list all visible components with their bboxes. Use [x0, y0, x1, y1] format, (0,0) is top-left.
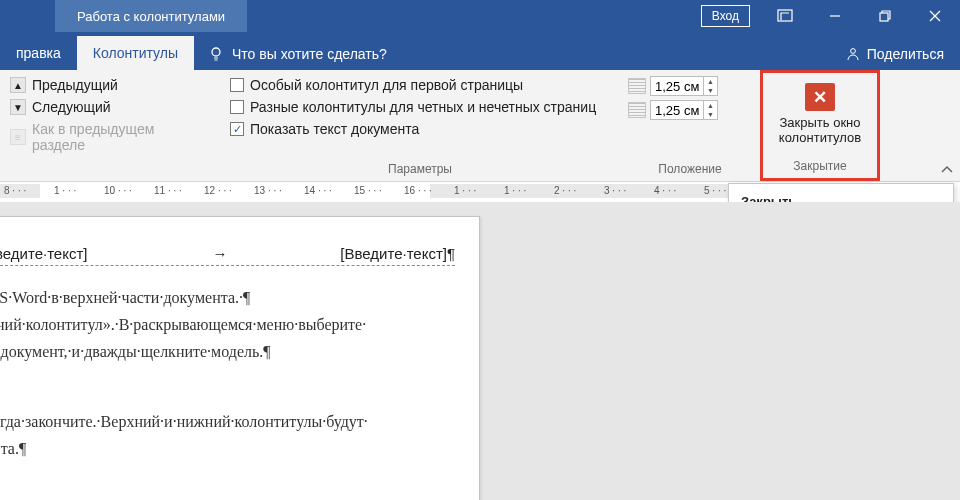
footer-from-bottom-input[interactable]: ▲▼ [650, 100, 718, 120]
show-doc-label: Показать текст документа [250, 121, 419, 137]
ruler-mark: 13 · · · [254, 185, 282, 196]
close-label-line2: колонтитулов [779, 130, 861, 145]
spin-up-icon[interactable]: ▲ [704, 101, 717, 110]
checkbox-icon [230, 100, 244, 114]
odd-even-checkbox[interactable]: Разные колонтитулы для четных и нечетных… [228, 96, 612, 118]
group-position-title: Положение [628, 162, 752, 179]
next-label: Следующий [32, 99, 111, 115]
ruler-mark: 5 · · · [704, 185, 726, 196]
group-navigation: ▲ Предыдущий ▼ Следующий ≡ Как в предыду… [0, 70, 220, 181]
header-center-field[interactable]: → [142, 245, 299, 262]
group-options: Особый колонтитул для первой страницы Ра… [220, 70, 620, 181]
svg-rect-0 [778, 10, 792, 21]
tell-me-label: Что вы хотите сделать? [232, 46, 387, 62]
ruler-mark: 1 · · · [454, 185, 476, 196]
ruler-mark: 2 · · · [554, 185, 576, 196]
restore-button[interactable] [860, 0, 910, 32]
ribbon-tab-row: правка Колонтитулы Что вы хотите сделать… [0, 32, 960, 70]
close-window-button[interactable] [910, 0, 960, 32]
display-options-button[interactable] [760, 0, 810, 32]
header-from-top-value[interactable] [651, 77, 703, 95]
share-icon [845, 46, 861, 62]
header-from-top-row: ▲▼ [628, 74, 752, 98]
spin-up-icon[interactable]: ▲ [704, 77, 717, 86]
collapse-ribbon-button[interactable] [940, 163, 954, 177]
document-area[interactable]: Введите·текст] → [Введите·текст]¶ MS·Wor… [0, 202, 960, 500]
show-doc-text-checkbox[interactable]: ✓ Показать текст документа [228, 118, 612, 140]
share-button[interactable]: Поделиться [829, 46, 960, 70]
prev-icon: ▲ [10, 77, 26, 93]
group-position: ▲▼ ▲▼ Положение [620, 70, 760, 181]
title-bar: Работа с колонтитулами Вход [0, 0, 960, 32]
close-header-footer-button[interactable]: ✕ Закрыть окно колонтитулов [779, 77, 861, 145]
body-text: MS·Word·в·верхней·части·документа.·¶ жни… [0, 286, 455, 462]
link-icon: ≡ [10, 129, 26, 145]
link-label: Как в предыдущем разделе [32, 121, 210, 153]
next-section-button[interactable]: ▼ Следующий [8, 96, 212, 118]
spin-down-icon[interactable]: ▼ [704, 110, 717, 119]
lightbulb-icon [208, 46, 224, 62]
checkbox-icon [230, 78, 244, 92]
ruler-mark: 14 · · · [304, 185, 332, 196]
first-page-checkbox[interactable]: Особый колонтитул для первой страницы [228, 74, 612, 96]
first-page-label: Особый колонтитул для первой страницы [250, 77, 523, 93]
group-close-title: Закрытие [793, 159, 846, 176]
share-label: Поделиться [867, 46, 944, 62]
ruler-mark: 10 · · · [104, 185, 132, 196]
prev-section-button[interactable]: ▲ Предыдущий [8, 74, 212, 96]
close-header-footer-icon: ✕ [805, 83, 835, 111]
ruler-mark: 1 · · · [504, 185, 526, 196]
header-from-top-input[interactable]: ▲▼ [650, 76, 718, 96]
close-label-line1: Закрыть окно [779, 115, 860, 130]
page[interactable]: Введите·текст] → [Введите·текст]¶ MS·Wor… [0, 216, 480, 500]
ruler-mark: 16 · · · [404, 185, 432, 196]
svg-point-8 [850, 49, 855, 54]
ruler-mark: 1 · · · [54, 185, 76, 196]
ruler-mark: 15 · · · [354, 185, 382, 196]
checkbox-checked-icon: ✓ [230, 122, 244, 136]
svg-point-5 [212, 48, 220, 56]
header-left-field[interactable]: Введите·текст] [0, 245, 142, 262]
minimize-icon [828, 9, 842, 23]
ruler-mark: 3 · · · [604, 185, 626, 196]
ruler-mark: 4 · · · [654, 185, 676, 196]
tab-header-footer[interactable]: Колонтитулы [77, 36, 194, 70]
chevron-up-icon [940, 164, 954, 174]
contextual-tab-label: Работа с колонтитулами [55, 0, 247, 32]
tell-me-box[interactable]: Что вы хотите сделать? [194, 46, 401, 70]
display-options-icon [777, 9, 793, 23]
prev-label: Предыдущий [32, 77, 118, 93]
close-icon [928, 9, 942, 23]
odd-even-label: Разные колонтитулы для четных и нечетных… [250, 99, 596, 115]
ribbon: ▲ Предыдущий ▼ Следующий ≡ Как в предыду… [0, 70, 960, 182]
group-close: ✕ Закрыть окно колонтитулов Закрытие [760, 70, 880, 181]
next-icon: ▼ [10, 99, 26, 115]
group-options-title: Параметры [228, 162, 612, 179]
body-line: ·в·документ,·и·дважды·щелкните·модель.¶ [0, 340, 455, 365]
body-line: ента.¶ [0, 437, 455, 462]
body-line: MS·Word·в·верхней·части·документа.·¶ [0, 286, 455, 311]
group-nav-title [8, 162, 212, 179]
footer-from-bottom-row: ▲▼ [628, 98, 752, 122]
footer-from-bottom-value[interactable] [651, 101, 703, 119]
ruler-mark: 12 · · · [204, 185, 232, 196]
header-distance-icon [628, 78, 646, 94]
footer-distance-icon [628, 102, 646, 118]
restore-icon [878, 9, 892, 23]
body-line: жний·колонтитул».·В·раскрывающемся·меню·… [0, 313, 455, 338]
svg-rect-2 [880, 13, 888, 21]
header-edit-row[interactable]: Введите·текст] → [Введите·текст]¶ [0, 245, 455, 266]
spin-down-icon[interactable]: ▼ [704, 86, 717, 95]
header-right-field[interactable]: [Введите·текст]¶ [298, 245, 455, 262]
body-line: когда·закончите.·Верхний·и·нижний·колонт… [0, 410, 455, 435]
tab-edit[interactable]: правка [0, 36, 77, 70]
sign-in-button[interactable]: Вход [701, 5, 750, 27]
link-to-previous-button: ≡ Как в предыдущем разделе [8, 118, 212, 156]
ruler-mark: 8 · · · [4, 185, 26, 196]
ruler-mark: 11 · · · [154, 185, 182, 196]
minimize-button[interactable] [810, 0, 860, 32]
